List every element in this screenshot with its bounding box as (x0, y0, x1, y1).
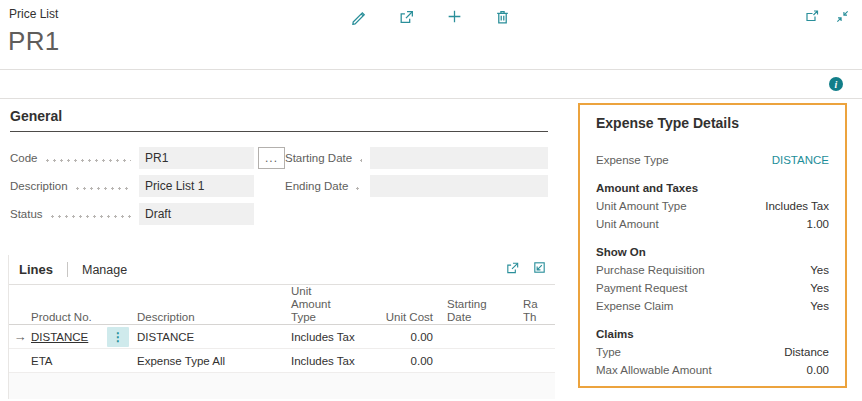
dot-leader (354, 175, 362, 197)
starting-date-label: Starting Date (285, 152, 352, 164)
table-row: → DISTANCE ⋮ DISTANCE Includes Tax 0.00 (9, 325, 555, 349)
factbox-row: Unit Amount Type Includes Tax (596, 197, 829, 214)
description-field-row: Description Price List 1 (10, 175, 285, 197)
code-assist-button[interactable]: ... (258, 147, 285, 169)
description-input[interactable]: Price List 1 (139, 175, 254, 197)
delete-icon[interactable] (492, 6, 512, 26)
description-label: Description (10, 180, 68, 192)
info-icon[interactable]: i (829, 77, 843, 91)
factbox-row: Expense Claim Yes (596, 297, 829, 314)
column-rate-truncated[interactable]: Ra Th (523, 298, 541, 324)
expense-type-label: Expense Type (596, 154, 669, 166)
share-icon[interactable] (505, 260, 520, 279)
popout-icon[interactable] (802, 6, 822, 26)
dot-leader (49, 203, 131, 225)
max-allowable-amount-value: 0.00 (807, 364, 829, 376)
row-menu-button[interactable]: ⋮ (107, 327, 129, 347)
group-heading-amount-and-taxes: Amount and Taxes (596, 182, 829, 194)
general-heading: General (10, 108, 548, 132)
payment-request-value: Yes (810, 282, 829, 294)
unit-amount-value: 1.00 (807, 218, 829, 230)
purchase-requisition-label: Purchase Requisition (596, 264, 705, 276)
expense-claim-value: Yes (810, 300, 829, 312)
cell-product-no[interactable]: ETA (31, 355, 107, 367)
lines-table-header: Product No. Description Unit Amount Type… (9, 285, 555, 325)
max-allowable-amount-label: Max Allowable Amount (596, 364, 712, 376)
tab-lines[interactable]: Lines (19, 262, 53, 277)
tab-manage[interactable]: Manage (82, 263, 127, 277)
column-product-no[interactable]: Product No. (31, 311, 107, 324)
cell-unit-cost[interactable]: 0.00 (383, 355, 433, 367)
general-section: General Code PR1 ... Description Price L… (10, 108, 548, 231)
starting-date-input[interactable] (370, 147, 548, 169)
window-controls (802, 6, 852, 26)
cell-unit-amount-type[interactable]: Includes Tax (291, 331, 383, 343)
lines-card: Lines Manage Product No. Description Uni… (8, 255, 555, 399)
expense-type-link[interactable]: DISTANCE (772, 154, 829, 166)
ending-date-input[interactable] (370, 175, 548, 197)
factbox-row: Payment Request Yes (596, 279, 829, 296)
expense-type-details-factbox: Expense Type Details Expense Type DISTAN… (578, 103, 847, 388)
status-field-row: Status Draft (10, 203, 285, 225)
lines-table: Product No. Description Unit Amount Type… (9, 285, 555, 399)
status-label: Status (10, 208, 43, 220)
status-input[interactable]: Draft (139, 203, 254, 225)
code-field-row: Code PR1 ... (10, 147, 285, 169)
header-divider (0, 69, 862, 70)
factbox-title: Expense Type Details (596, 115, 829, 131)
column-starting-date[interactable]: Starting Date (447, 298, 497, 324)
factbox-row: Purchase Requisition Yes (596, 261, 829, 278)
expense-claim-label: Expense Claim (596, 300, 673, 312)
cell-description[interactable]: DISTANCE (137, 331, 291, 343)
starting-date-field-row: Starting Date (285, 147, 548, 169)
cell-unit-amount-type[interactable]: Includes Tax (291, 355, 383, 367)
ending-date-field-row: Ending Date (285, 175, 548, 197)
table-row: ETA Expense Type All Includes Tax 0.00 (9, 349, 555, 373)
column-unit-amount-type[interactable]: Unit Amount Type (291, 285, 339, 324)
edit-icon[interactable] (348, 6, 368, 26)
dot-leader (74, 175, 131, 197)
empty-grid-area (9, 373, 555, 399)
unit-amount-label: Unit Amount (596, 218, 659, 230)
column-description[interactable]: Description (137, 311, 291, 324)
factbox-row: Unit Amount 1.00 (596, 215, 829, 232)
lines-header: Lines Manage (9, 255, 555, 285)
ending-date-label: Ending Date (285, 180, 348, 192)
page-title: PR1 (8, 26, 59, 57)
factbox-row: Max Allowable Amount 0.00 (596, 361, 829, 378)
unit-amount-type-value: Includes Tax (765, 200, 829, 212)
content-divider (0, 98, 862, 99)
action-toolbar (348, 6, 512, 26)
lines-header-divider (67, 262, 68, 277)
code-label: Code (10, 152, 38, 164)
open-in-excel-icon[interactable] (532, 260, 547, 279)
cell-unit-cost[interactable]: 0.00 (383, 331, 433, 343)
column-unit-cost[interactable]: Unit Cost (383, 311, 433, 324)
cell-description[interactable]: Expense Type All (137, 355, 291, 367)
add-icon[interactable] (444, 6, 464, 26)
group-heading-claims: Claims (596, 328, 829, 340)
payment-request-label: Payment Request (596, 282, 687, 294)
claims-type-label: Type (596, 346, 621, 358)
expense-type-row: Expense Type DISTANCE (596, 151, 829, 168)
group-heading-show-on: Show On (596, 246, 829, 258)
unit-amount-type-label: Unit Amount Type (596, 200, 687, 212)
current-row-arrow-icon: → (9, 329, 31, 344)
dot-leader (358, 147, 362, 169)
page-caption: Price List (9, 7, 58, 21)
dot-leader (44, 147, 132, 169)
collapse-icon[interactable] (832, 6, 852, 26)
code-input[interactable]: PR1 (139, 147, 254, 169)
claims-type-value: Distance (784, 346, 829, 358)
cell-product-no-link[interactable]: DISTANCE (31, 331, 107, 343)
purchase-requisition-value: Yes (810, 264, 829, 276)
factbox-row: Type Distance (596, 343, 829, 360)
share-icon[interactable] (396, 6, 416, 26)
